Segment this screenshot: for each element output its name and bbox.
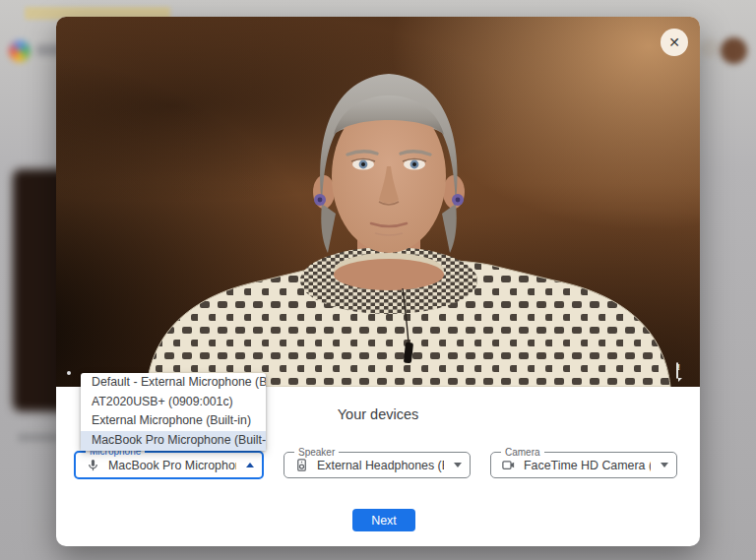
speaker-field-label: Speaker (294, 447, 339, 458)
camera-preview: ! ✕ (56, 17, 700, 387)
avatar (721, 37, 747, 64)
camera-value: FaceTime HD Camera (Built-in... (524, 459, 651, 472)
speaker-icon (294, 458, 309, 472)
menu-item-macbook-pro-mic[interactable]: MacBook Pro Microphone (Built-in) (81, 431, 266, 451)
menu-item-default-external-mic[interactable]: Default - External Microphone (Built-in) (81, 373, 266, 393)
speaker-select[interactable]: Speaker External Headphones (Built-in) (284, 452, 471, 478)
close-button[interactable]: ✕ (661, 29, 688, 56)
next-button[interactable]: Next (352, 509, 415, 531)
chevron-up-icon (246, 463, 254, 467)
microphone-dropdown-menu: Default - External Microphone (Built-in)… (81, 373, 266, 451)
mic-icon (86, 458, 100, 472)
microphone-select[interactable]: Microphone MacBook Pro Microphone (Bu... (74, 451, 264, 479)
background-account-icon (700, 38, 720, 58)
speaker-value: External Headphones (Built-in) (317, 459, 444, 472)
camera-field-label: Camera (501, 447, 544, 458)
background-caption-text (18, 433, 59, 442)
chevron-down-icon (454, 463, 462, 467)
device-setup-dialog: ! ✕ Your devices Microphone MacBook Pro … (56, 17, 700, 546)
more-options-icon[interactable] (67, 371, 71, 375)
webcam-person (56, 17, 700, 387)
menu-item-external-mic[interactable]: External Microphone (Built-in) (81, 411, 266, 431)
camera-select[interactable]: Camera FaceTime HD Camera (Built-in... (490, 452, 677, 478)
feedback-icon: ! (676, 362, 678, 379)
videocam-icon (501, 458, 516, 472)
close-icon: ✕ (668, 34, 680, 50)
menu-item-at2020usb[interactable]: AT2020USB+ (0909:001c) (81, 393, 266, 412)
chevron-down-icon (661, 463, 668, 467)
microphone-value: MacBook Pro Microphone (Bu... (108, 459, 236, 472)
feedback-button[interactable]: ! (666, 359, 688, 381)
google-logo-icon (9, 40, 31, 62)
